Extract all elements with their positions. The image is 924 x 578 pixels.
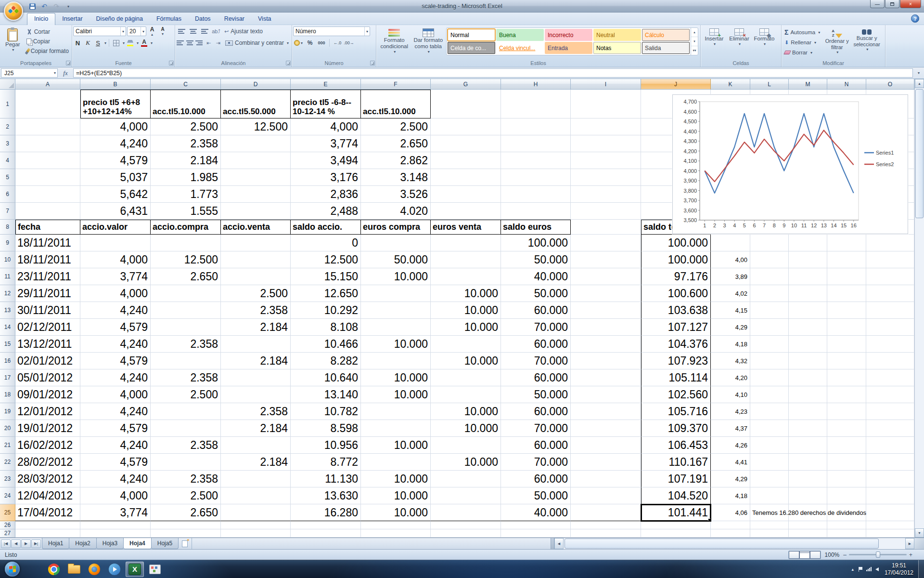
insert-sheet-tab[interactable] <box>178 538 192 549</box>
cell-F1[interactable]: acc.tl5.10.000 <box>361 90 431 118</box>
cell-H3[interactable] <box>501 135 571 152</box>
copy-button[interactable]: Copiar <box>25 37 71 46</box>
cell-J12[interactable]: 100.600 <box>641 285 711 302</box>
cell-A3[interactable] <box>15 135 80 152</box>
cell-L11[interactable] <box>750 268 789 285</box>
cell-F4[interactable]: 2.862 <box>361 152 431 169</box>
cell-O22[interactable] <box>866 454 914 471</box>
cell-A19[interactable]: 12/01/2012 <box>15 403 80 420</box>
column-header-D[interactable]: D <box>221 79 291 90</box>
cell-G18[interactable] <box>431 386 501 403</box>
cell-F18[interactable]: 10.000 <box>361 386 431 403</box>
cell-B27[interactable] <box>80 529 151 538</box>
cell-K25[interactable]: 4,06 <box>711 504 750 521</box>
zoom-level[interactable]: 100% <box>825 552 840 558</box>
cell-K17[interactable]: 4,20 <box>711 369 750 386</box>
cell-G22[interactable]: 10.000 <box>431 454 501 471</box>
cell-K15[interactable]: 4,18 <box>711 336 750 353</box>
cell-G7[interactable] <box>431 203 501 220</box>
row-header-18[interactable]: 18 <box>0 386 15 403</box>
cell-J10[interactable]: 100.000 <box>641 251 711 268</box>
cell-L12[interactable] <box>750 285 789 302</box>
cell-C2[interactable]: 2.500 <box>151 118 221 135</box>
volume-icon[interactable] <box>875 567 879 571</box>
cell-O10[interactable] <box>866 251 914 268</box>
cell-F2[interactable]: 2.500 <box>361 118 431 135</box>
cell-F21[interactable]: 10.000 <box>361 437 431 454</box>
cell-K20[interactable]: 4,37 <box>711 420 750 437</box>
cell-D17[interactable] <box>221 369 291 386</box>
cell-I7[interactable] <box>571 203 641 220</box>
action-center-icon[interactable] <box>859 568 862 571</box>
cell-E5[interactable]: 3,176 <box>291 169 361 186</box>
cell-I22[interactable] <box>571 454 641 471</box>
cell-H10[interactable]: 50.000 <box>501 251 571 268</box>
cell-I25[interactable] <box>571 504 641 521</box>
cell-E3[interactable]: 3,774 <box>291 135 361 152</box>
cell-C27[interactable] <box>151 529 221 538</box>
cell-H9[interactable]: 100.000 <box>501 235 571 251</box>
cell-H5[interactable] <box>501 169 571 186</box>
decrease-decimal-button[interactable]: .00→ <box>344 38 354 48</box>
zoom-thumb[interactable] <box>876 552 880 558</box>
cell-L27[interactable] <box>750 529 789 538</box>
cell-O16[interactable] <box>866 353 914 369</box>
row-header-19[interactable]: 19 <box>0 403 15 420</box>
cell-B4[interactable]: 4,579 <box>80 152 151 169</box>
cell-L9[interactable] <box>750 235 789 251</box>
clock[interactable]: 19:51 17/04/2012 <box>885 562 913 577</box>
cell-M21[interactable] <box>789 437 827 454</box>
cell-A22[interactable]: 28/02/2012 <box>15 454 80 471</box>
column-header-F[interactable]: F <box>361 79 431 90</box>
zoom-slider[interactable]: – + <box>843 552 912 558</box>
cell-H23[interactable]: 60.000 <box>501 471 571 487</box>
column-header-H[interactable]: H <box>501 79 571 90</box>
cell-C19[interactable] <box>151 403 221 420</box>
cell-G23[interactable] <box>431 471 501 487</box>
cell-style-c-lculo[interactable]: Cálculo <box>642 29 690 41</box>
cell-A14[interactable]: 02/12/2011 <box>15 319 80 336</box>
cell-C5[interactable]: 1.985 <box>151 169 221 186</box>
cell-I14[interactable] <box>571 319 641 336</box>
conditional-formatting-button[interactable]: Formato condicional▾ <box>377 26 411 55</box>
cell-N17[interactable] <box>827 369 866 386</box>
cell-A23[interactable]: 28/03/2012 <box>15 471 80 487</box>
cell-A7[interactable] <box>15 203 80 220</box>
cell-B21[interactable]: 4,240 <box>80 437 151 454</box>
cell-D15[interactable] <box>221 336 291 353</box>
cell-A11[interactable]: 23/11/2011 <box>15 268 80 285</box>
cell-C16[interactable] <box>151 353 221 369</box>
cell-E18[interactable]: 13.140 <box>291 386 361 403</box>
cell-F8[interactable]: euros compra <box>361 220 431 235</box>
cell-D5[interactable] <box>221 169 291 186</box>
cell-H15[interactable]: 60.000 <box>501 336 571 353</box>
cell-H2[interactable] <box>501 118 571 135</box>
number-format-combo[interactable]: Número▾ <box>293 26 370 36</box>
cell-M15[interactable] <box>789 336 827 353</box>
cell-K24[interactable]: 4,18 <box>711 487 750 504</box>
cell-I1[interactable] <box>571 90 641 118</box>
cell-D4[interactable] <box>221 152 291 169</box>
cell-O11[interactable] <box>866 268 914 285</box>
cell-A12[interactable]: 29/11/2011 <box>15 285 80 302</box>
cell-B22[interactable]: 4,579 <box>80 454 151 471</box>
cell-M12[interactable] <box>789 285 827 302</box>
format-painter-button[interactable]: Copiar formato <box>25 46 71 56</box>
show-desktop-button[interactable] <box>918 560 924 578</box>
tab-inicio[interactable]: Inicio <box>27 13 55 25</box>
cell-M23[interactable] <box>789 471 827 487</box>
cell-D6[interactable] <box>221 186 291 203</box>
cell-H12[interactable]: 50.000 <box>501 285 571 302</box>
row-header-25[interactable]: 25 <box>0 504 15 521</box>
row-header-5[interactable]: 5 <box>0 169 15 186</box>
cell-E2[interactable]: 4,000 <box>291 118 361 135</box>
cell-N14[interactable] <box>827 319 866 336</box>
cell-E22[interactable]: 8.772 <box>291 454 361 471</box>
column-header-G[interactable]: G <box>431 79 501 90</box>
autosum-button[interactable]: ΣAutosuma▾ <box>783 27 822 37</box>
cell-A15[interactable]: 13/12/2011 <box>15 336 80 353</box>
cell-G2[interactable] <box>431 118 501 135</box>
cell-H25[interactable]: 40.000 <box>501 504 571 521</box>
cell-E15[interactable]: 10.466 <box>291 336 361 353</box>
cell-O20[interactable] <box>866 420 914 437</box>
